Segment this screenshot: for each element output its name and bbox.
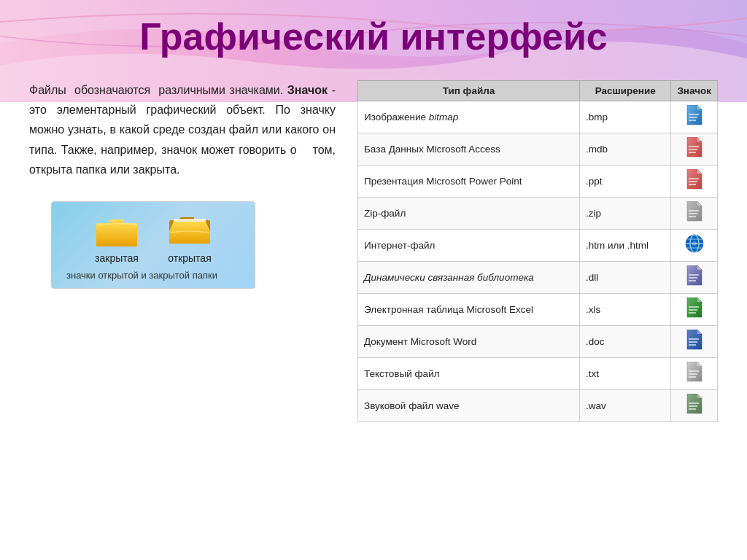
svg-rect-35	[689, 405, 697, 407]
cell-extension: .xls	[580, 294, 671, 326]
table-row: Презентация Microsoft Power Point.ppt	[358, 166, 718, 198]
cell-extension: .bmp	[580, 101, 671, 133]
svg-rect-23	[689, 277, 697, 279]
svg-rect-6	[689, 120, 696, 121]
svg-rect-36	[689, 408, 696, 410]
svg-rect-14	[689, 213, 697, 214]
cell-icon	[671, 326, 718, 358]
folders-row: закрытая	[66, 213, 240, 264]
table-row: Электронная таблица Microsoft Excel.xls	[358, 294, 718, 326]
svg-rect-1	[96, 223, 137, 246]
svg-rect-7	[689, 146, 699, 147]
folder-caption: значки открытой и закрытой папки	[66, 270, 240, 281]
cell-icon	[671, 262, 718, 294]
open-folder-label: открытая	[168, 252, 212, 264]
table-row: База Данных Microsoft Access.mdb	[358, 133, 718, 166]
svg-rect-29	[689, 341, 697, 343]
table-header-row: Тип файла Расширение Значок	[358, 81, 718, 101]
cell-icon	[671, 390, 718, 422]
svg-rect-24	[689, 280, 696, 281]
svg-rect-12	[689, 184, 696, 185]
cell-type: База Данных Microsoft Access	[358, 133, 580, 166]
cell-icon	[671, 133, 718, 166]
cell-extension: .zip	[580, 198, 671, 230]
open-folder-item: открытая	[168, 213, 212, 264]
desc-bold: Значок	[287, 84, 328, 96]
closed-folder-label: закрытая	[95, 252, 139, 264]
svg-rect-34	[689, 402, 699, 404]
page-content: Графический интерфейс Файлы обозначаются…	[0, 0, 747, 422]
svg-rect-33	[689, 376, 696, 378]
cell-icon	[671, 358, 718, 390]
cell-icon	[671, 294, 718, 326]
svg-rect-28	[689, 338, 699, 340]
cell-icon	[671, 230, 718, 262]
svg-rect-22	[689, 274, 699, 276]
right-column: Тип файла Расширение Значок Изображение …	[357, 80, 718, 422]
desc-part2: - это элементарный графический объект. П…	[29, 84, 336, 176]
svg-rect-31	[689, 370, 699, 372]
cell-extension: .doc	[580, 326, 671, 358]
svg-rect-25	[689, 306, 699, 308]
cell-type: Динамически связанная библиотека	[358, 262, 580, 294]
main-layout: Файлы обозначаются различными значками. …	[29, 80, 718, 422]
svg-rect-8	[689, 149, 697, 150]
svg-rect-15	[689, 216, 696, 217]
svg-point-21	[692, 241, 697, 246]
svg-rect-5	[689, 117, 697, 118]
table-row: Звуковой файл wave.wav	[358, 390, 718, 422]
cell-extension: .mdb	[580, 133, 671, 166]
svg-rect-10	[689, 178, 699, 179]
cell-type: Zip-файл	[358, 198, 580, 230]
cell-extension: .wav	[580, 390, 671, 422]
svg-rect-27	[689, 312, 696, 314]
page-title: Графический интерфейс	[29, 0, 718, 80]
closed-folder-icon	[95, 213, 139, 249]
cell-extension: .ppt	[580, 166, 671, 198]
svg-rect-11	[689, 181, 697, 182]
svg-rect-4	[689, 114, 699, 115]
closed-folder-item: закрытая	[95, 213, 139, 264]
desc-part1: Файлы обозначаются различными значками.	[29, 84, 287, 96]
svg-rect-32	[689, 373, 697, 375]
table-row: Zip-файл.zip	[358, 198, 718, 230]
cell-extension: .htm или .html	[580, 230, 671, 262]
cell-type: Интернет-файл	[358, 230, 580, 262]
cell-extension: .dll	[580, 262, 671, 294]
col-header-icon: Значок	[671, 81, 718, 101]
table-row: Динамически связанная библиотека.dll	[358, 262, 718, 294]
svg-rect-9	[689, 152, 696, 153]
cell-extension: .txt	[580, 358, 671, 390]
col-header-extension: Расширение	[580, 81, 671, 101]
table-row: Интернет-файл.htm или .html	[358, 230, 718, 262]
cell-type: Документ Microsoft Word	[358, 326, 580, 358]
cell-type: Изображение bitmap	[358, 101, 580, 133]
cell-icon	[671, 198, 718, 230]
folder-image-container: закрытая	[51, 201, 255, 289]
cell-type: Текстовый файл	[358, 358, 580, 390]
cell-icon	[671, 101, 718, 133]
file-type-table: Тип файла Расширение Значок Изображение …	[357, 80, 718, 422]
table-row: Документ Microsoft Word.doc	[358, 326, 718, 358]
cell-type: Звуковой файл wave	[358, 390, 580, 422]
cell-type: Презентация Microsoft Power Point	[358, 166, 580, 198]
col-header-type: Тип файла	[358, 81, 580, 101]
description-text: Файлы обозначаются различными значками. …	[29, 80, 336, 179]
cell-type: Электронная таблица Microsoft Excel	[358, 294, 580, 326]
left-column: Файлы обозначаются различными значками. …	[29, 80, 336, 289]
open-folder-icon	[168, 213, 212, 249]
svg-rect-13	[689, 210, 699, 211]
svg-rect-30	[689, 344, 696, 346]
table-row: Изображение bitmap.bmp	[358, 101, 718, 133]
table-row: Текстовый файл.txt	[358, 358, 718, 390]
svg-rect-26	[689, 309, 697, 311]
cell-icon	[671, 166, 718, 198]
